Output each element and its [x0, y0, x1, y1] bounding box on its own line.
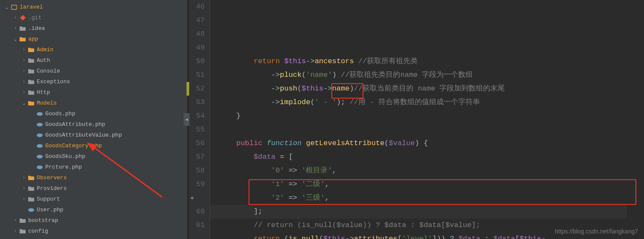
gutter-line: 48 [196, 27, 205, 41]
line-gutter: 46474849505152535455565758596061 [189, 0, 210, 239]
folder-grey-icon [27, 58, 35, 63]
tree-arrow[interactable]: › [20, 79, 27, 84]
tree-arrow[interactable]: › [12, 15, 19, 20]
gutter-line: 59 [196, 178, 205, 191]
panel-fold-handle[interactable]: ◀ [184, 113, 190, 126]
folder-grey-icon [27, 197, 35, 202]
tree-arrow[interactable]: › [20, 197, 27, 201]
project-icon [10, 4, 18, 10]
gutter-line: 60 [196, 205, 205, 219]
tree-label: Auth [37, 57, 50, 64]
tree-item-user-php[interactable]: User.php [0, 204, 186, 215]
tree-item-exceptions[interactable]: ›Exceptions [0, 76, 186, 87]
tree-item-goodsattribute-php[interactable]: GoodsAttribute.php [0, 119, 186, 130]
tree-arrow[interactable]: › [20, 47, 27, 52]
tree-item-http[interactable]: ›Http [0, 87, 186, 98]
tree-item-prcture-php[interactable]: Prcture.php [0, 162, 186, 172]
code-line[interactable]: $data = [ [219, 150, 644, 164]
folder-grey-icon [19, 229, 26, 234]
code-line[interactable]: return $this->ancestors //获取所有祖先类 [219, 55, 644, 68]
tree-arrow[interactable]: › [20, 90, 27, 95]
tree-label: GoodsCategory.php [45, 143, 102, 149]
tree-item-goods-php[interactable]: Goods.php [0, 108, 186, 119]
code-line[interactable]: '0' => '根目录', [219, 164, 644, 178]
tree-label: Admin [37, 47, 53, 53]
tree-arrow[interactable]: › [20, 186, 27, 191]
code-line[interactable]: } [219, 109, 644, 123]
project-tree[interactable]: ⌄laravel›.git›.idea⌄app›Admin›Auth›Conso… [0, 0, 187, 239]
tree-item--idea[interactable]: ›.idea [0, 23, 186, 34]
folder-grey-icon [27, 90, 35, 95]
tree-item-admin[interactable]: ›Admin [0, 44, 186, 55]
code-line[interactable]: '1' => '二级', [219, 178, 644, 191]
svg-point-4 [37, 144, 43, 147]
watermark: https://blog.csdn.net/fangkang7 [555, 228, 638, 235]
tree-item-auth[interactable]: ›Auth [0, 55, 186, 66]
php-icon [36, 154, 44, 159]
code-editor[interactable]: 46474849505152535455565758596061 return … [187, 0, 644, 239]
svg-point-1 [37, 112, 43, 115]
folder-grey-icon [27, 79, 35, 85]
tree-label: app [28, 36, 38, 42]
php-icon [36, 165, 44, 169]
gutter-line: 61 [196, 219, 205, 232]
tree-label: GoodsSku.php [45, 153, 85, 160]
tree-label: Observers [37, 175, 67, 181]
tree-item-support[interactable]: ›Support [0, 194, 186, 204]
tree-item-bootstrap[interactable]: ›bootstrap [0, 215, 186, 226]
folder-grey-icon [19, 218, 26, 223]
code-area[interactable]: return $this->ancestors //获取所有祖先类 ->pluc… [210, 0, 644, 239]
tree-label: Prcture.php [45, 164, 82, 170]
gutter-line: 57 [196, 150, 205, 164]
folder-orange-icon [19, 37, 26, 42]
code-line[interactable]: ->pluck('name') //获取祖先类目的name 字段为一个数组 [219, 68, 644, 82]
tree-item-goodssku-php[interactable]: GoodsSku.php [0, 151, 186, 162]
code-line[interactable]: ->push($this->name)//获取当前类目的 name 字段加到数组… [219, 82, 644, 96]
code-line[interactable]: ]; [210, 205, 627, 219]
code-line[interactable] [219, 123, 644, 137]
php-icon [36, 144, 44, 148]
gutter-line: 53 [196, 96, 205, 109]
tree-arrow[interactable]: › [20, 175, 27, 180]
tree-label: Providers [37, 185, 67, 192]
tree-label: bootstrap [28, 217, 58, 224]
tree-label: Exceptions [37, 79, 70, 85]
tree-item-console[interactable]: ›Console [0, 66, 186, 76]
tree-item-goodscategory-php[interactable]: GoodsCategory.php [0, 140, 186, 151]
code-line[interactable]: public function getLevelsAttribute($valu… [219, 137, 644, 150]
tree-item-goodsattributevalue-php[interactable]: GoodsAttributeValue.php [0, 130, 186, 140]
php-icon [36, 122, 44, 127]
tree-label: Http [37, 89, 50, 96]
tree-item-laravel[interactable]: ⌄laravel [0, 2, 186, 12]
tree-item--git[interactable]: ›.git [0, 12, 186, 23]
tree-arrow[interactable]: › [12, 26, 19, 31]
tree-item-observers[interactable]: ›Observers [0, 172, 186, 183]
code-line[interactable]: '2' => '三级', [219, 191, 644, 205]
gutter-line: 58 [196, 164, 205, 178]
tree-arrow[interactable]: › [20, 58, 27, 63]
svg-point-7 [28, 208, 34, 211]
svg-point-6 [37, 165, 43, 169]
gutter-line: 50 [196, 55, 205, 68]
gutter-line: 49 [196, 41, 205, 55]
tree-arrow[interactable]: ⌄ [20, 101, 27, 106]
php-icon [36, 112, 44, 116]
folder-orange-icon [27, 175, 35, 181]
tree-arrow[interactable]: ⌄ [3, 5, 10, 10]
tree-arrow[interactable]: › [20, 69, 27, 73]
tree-item-config[interactable]: ›config [0, 226, 186, 236]
php-icon [36, 133, 44, 137]
tree-arrow[interactable]: ⌄ [12, 37, 19, 42]
folder-orange-icon [27, 101, 35, 106]
tree-item-providers[interactable]: ›Providers [0, 183, 186, 194]
tree-arrow[interactable]: › [12, 218, 19, 223]
gutter-line: 55 [196, 123, 205, 137]
code-line[interactable]: ->implode(' - '); //用 - 符合将数组的值组成一个字符串 [219, 96, 644, 109]
tree-item-models[interactable]: ⌄Models [0, 98, 186, 108]
tree-label: laravel [20, 4, 43, 10]
gutter-line: 54 [196, 109, 205, 123]
tree-item-app[interactable]: ⌄app [0, 34, 186, 44]
gutter-line: 46 [196, 0, 205, 14]
tree-arrow[interactable]: › [12, 229, 19, 233]
tree-label: config [28, 228, 48, 234]
